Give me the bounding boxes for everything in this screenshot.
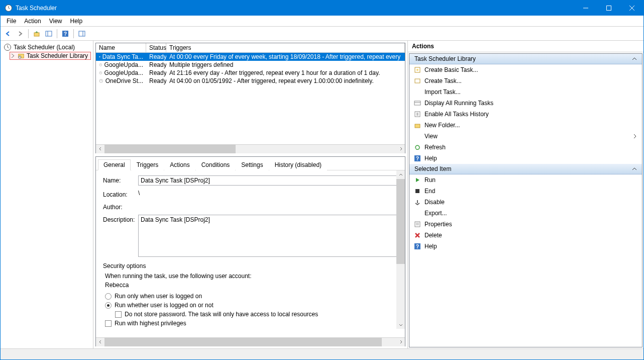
task-row[interactable]: OneDrive St... Ready At 04:00 on 01/05/1… [96,77,405,85]
task-row[interactable]: Data Sync Ta... Ready At 00:00 every Fri… [96,53,405,61]
action-help[interactable]: ?Help [409,153,642,164]
h-scrollbar[interactable] [96,337,405,346]
scroll-thumb[interactable] [104,145,236,153]
menu-view[interactable]: View [45,17,66,26]
checkbox-icon [115,311,122,318]
svg-rect-25 [415,189,419,193]
actions-title: Actions [408,41,643,52]
delete-icon [413,231,421,239]
scroll-track[interactable] [396,179,405,320]
action-properties[interactable]: Properties [409,219,642,230]
task-list-rows: Data Sync Ta... Ready At 00:00 every Fri… [96,53,405,144]
tab-general[interactable]: General [98,159,131,170]
col-status[interactable]: Status [146,43,166,52]
radio-label: Run only when user is logged on [115,293,202,300]
scroll-left-icon[interactable] [96,145,104,153]
check-highest-priv[interactable]: Run with highest privileges [105,319,398,328]
check-no-password[interactable]: Do not store password. The task will onl… [115,310,398,319]
help-icon: ? [413,242,421,250]
title-bar[interactable]: Task Scheduler [1,1,643,16]
actions-section-library[interactable]: Task Scheduler Library [409,54,642,64]
scroll-right-icon[interactable] [396,338,405,346]
action-label: Help [424,155,437,162]
action-create-task[interactable]: Create Task... [409,75,642,86]
action-new-folder[interactable]: New Folder... [409,120,642,131]
description-field[interactable] [138,215,398,257]
radio-label: Run whether user is logged on or not [115,302,213,309]
layout-button[interactable] [76,28,87,39]
task-row[interactable]: GoogleUpda... Ready At 21:16 every day -… [96,69,405,77]
running-icon [413,99,421,107]
tree-library[interactable]: Task Scheduler Library [10,52,91,60]
action-view[interactable]: View [409,131,642,142]
task-list: Name Status Triggers Data Sync Ta... Rea… [95,43,405,153]
col-name[interactable]: Name [96,43,146,52]
action-delete[interactable]: Delete [409,230,642,241]
import-icon [413,88,421,96]
tab-triggers[interactable]: Triggers [131,159,164,170]
tab-history[interactable]: History (disabled) [269,159,327,170]
minimize-button[interactable] [574,1,597,16]
v-scrollbar[interactable] [396,170,405,329]
radio-logged-off[interactable]: Run whether user is logged on or not [105,301,398,310]
scroll-left-icon[interactable] [96,338,104,346]
action-label: Import Task... [424,88,461,96]
toolbar-separator [28,29,29,38]
action-end[interactable]: End [409,186,642,197]
task-row[interactable]: GoogleUpda... Ready Multiple triggers de… [96,61,405,69]
up-button[interactable] [31,28,42,39]
action-run[interactable]: Run [409,174,642,186]
task-name: GoogleUpda... [104,69,143,76]
action-help[interactable]: ?Help [409,241,642,252]
scroll-track[interactable] [104,145,396,153]
radio-logged-on[interactable]: Run only when user is logged on [105,292,398,301]
collapse-icon[interactable] [632,56,637,61]
h-scrollbar[interactable] [96,144,405,153]
maximize-button[interactable] [597,1,620,16]
scroll-thumb[interactable] [104,338,382,346]
section-label: Task Scheduler Library [414,55,476,62]
actions-section-selected[interactable]: Selected Item [409,164,642,174]
action-label: Export... [424,210,447,217]
security-options-title: Security options [103,262,398,269]
forward-button[interactable] [15,28,26,39]
action-label: Disable [424,199,445,206]
panes-button[interactable] [43,28,54,39]
action-enable-history[interactable]: Enable All Tasks History [409,109,642,120]
scroll-track[interactable] [104,338,396,346]
name-field[interactable] [138,175,398,186]
menu-help[interactable]: Help [66,17,87,26]
expand-icon[interactable] [11,53,16,58]
action-import-task[interactable]: Import Task... [409,86,642,98]
tab-settings[interactable]: Settings [236,159,268,170]
scroll-thumb[interactable] [396,179,405,264]
menu-bar: File Action View Help [1,16,643,27]
toolbar-separator [73,29,74,38]
close-button[interactable] [620,1,643,16]
task-scheduler-window: Task Scheduler File Action View Help ? T… [0,0,644,360]
checkbox-icon [105,320,112,327]
name-label: Name: [103,175,138,184]
action-display-running[interactable]: Display All Running Tasks [409,98,642,109]
col-triggers[interactable]: Triggers [166,43,405,52]
scroll-up-icon[interactable] [396,170,405,179]
tab-bar: General Triggers Actions Conditions Sett… [96,157,405,170]
tab-conditions[interactable]: Conditions [196,159,236,170]
help-button[interactable]: ? [60,28,71,39]
toolbar-separator [57,29,57,38]
menu-action[interactable]: Action [20,17,45,26]
tree-root[interactable]: Task Scheduler (Local) [3,43,91,52]
action-create-basic-task[interactable]: Create Basic Task... [409,64,642,75]
collapse-icon[interactable] [632,166,637,171]
scroll-down-icon[interactable] [396,320,405,329]
tree-library-label: Task Scheduler Library [27,52,88,59]
task-trigger: At 00:00 every Friday of every week, sta… [166,53,405,61]
scroll-right-icon[interactable] [396,145,405,153]
action-refresh[interactable]: Refresh [409,142,642,153]
tab-actions[interactable]: Actions [164,159,195,170]
back-button[interactable] [3,28,14,39]
action-export[interactable]: Export... [409,208,642,219]
action-disable[interactable]: Disable [409,197,642,208]
action-label: Help [424,243,437,250]
menu-file[interactable]: File [3,17,20,26]
